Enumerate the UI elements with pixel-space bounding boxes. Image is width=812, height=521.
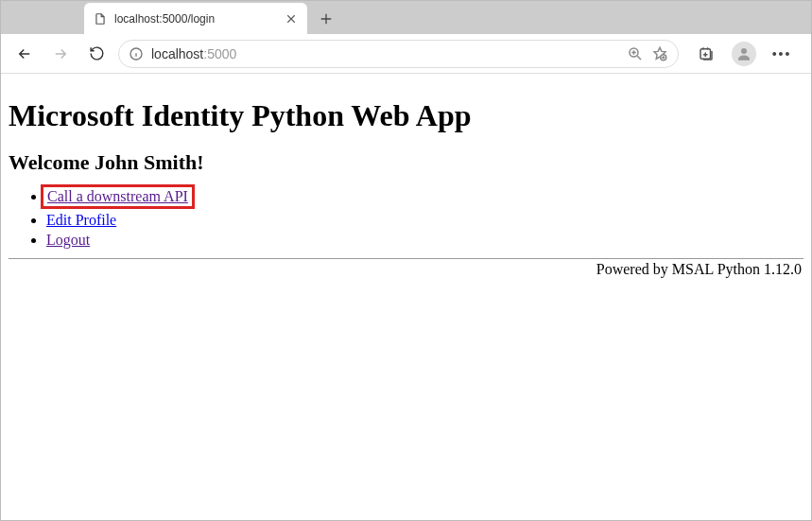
divider: [9, 258, 803, 259]
tab-strip: localhost:5000/login: [1, 1, 811, 34]
close-tab-button[interactable]: [285, 12, 298, 26]
list-item: Logout: [46, 232, 803, 249]
logout-link[interactable]: Logout: [46, 232, 90, 248]
favorite-icon[interactable]: [651, 45, 668, 62]
list-item: Call a downstream API: [46, 184, 803, 209]
page-title: Microsoft Identity Python Web App: [9, 98, 803, 133]
avatar-icon: [732, 42, 756, 66]
url-text: localhost:5000: [151, 46, 619, 61]
forward-button[interactable]: [46, 40, 75, 68]
collections-button[interactable]: [692, 40, 720, 68]
highlight-box: Call a downstream API: [41, 184, 195, 209]
url-path: :5000: [203, 46, 236, 61]
refresh-button[interactable]: [82, 40, 111, 68]
edit-profile-link[interactable]: Edit Profile: [46, 212, 116, 228]
page-icon: [94, 12, 107, 26]
tab-title: localhost:5000/login: [114, 12, 277, 26]
footer-text: Powered by MSAL Python 1.12.0: [9, 261, 803, 278]
url-host: localhost: [151, 46, 203, 61]
browser-toolbar: localhost:5000 •••: [1, 34, 811, 74]
action-list: Call a downstream API Edit Profile Logou…: [9, 184, 803, 249]
browser-tab[interactable]: localhost:5000/login: [84, 3, 307, 34]
site-info-icon[interactable]: [129, 46, 144, 61]
menu-button[interactable]: •••: [768, 40, 796, 68]
zoom-icon[interactable]: [627, 45, 644, 62]
list-item: Edit Profile: [46, 212, 803, 229]
profile-button[interactable]: [730, 40, 758, 68]
address-bar[interactable]: localhost:5000: [118, 40, 679, 68]
new-tab-button[interactable]: [313, 6, 339, 32]
welcome-heading: Welcome John Smith!: [9, 150, 803, 175]
back-button[interactable]: [10, 40, 39, 68]
call-api-link[interactable]: Call a downstream API: [47, 188, 188, 204]
page-content: Microsoft Identity Python Web App Welcom…: [1, 74, 811, 286]
svg-point-4: [741, 48, 747, 54]
